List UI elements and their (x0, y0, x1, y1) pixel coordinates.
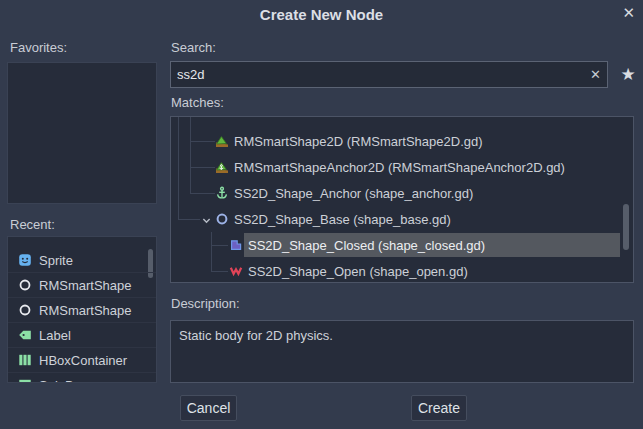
tree-item-label: SS2D_Shape_Open (shape_open.gd) (248, 264, 468, 279)
chevron-down-icon (201, 214, 212, 225)
tree-item-label: RMSmartShape2D (RMSmartShape2D.gd) (234, 134, 483, 149)
favorites-label: Favorites: (10, 40, 67, 55)
node-circle-icon (215, 212, 229, 226)
list-item-label: HBoxContainer (39, 353, 127, 368)
search-input[interactable]: ss2d ✕ (170, 61, 608, 88)
cancel-button[interactable]: Cancel (180, 395, 237, 421)
matches-tree: RMSmartShape2D (RMSmartShape2D.gd)RMSmar… (170, 116, 634, 283)
list-item[interactable]: SpinBox (8, 373, 156, 383)
list-item[interactable]: RMSmartShape (8, 298, 156, 323)
spinbox-icon (18, 378, 32, 383)
tree-item-label: RMSmartShapeAnchor2D (RMSmartShapeAnchor… (234, 160, 565, 175)
search-label: Search: (171, 40, 216, 55)
list-item-label: SpinBox (39, 378, 87, 384)
clear-search-icon[interactable]: ✕ (590, 67, 601, 82)
shape-open-icon (229, 264, 243, 278)
list-item-label: Sprite (39, 253, 73, 268)
terrain-icon (215, 134, 229, 148)
description-label: Description: (171, 296, 240, 311)
tree-item-label: SS2D_Shape_Base (shape_base.gd) (234, 212, 451, 227)
favorites-list (7, 62, 157, 204)
tree-item[interactable]: SS2D_Shape_Open (shape_open.gd) (171, 258, 633, 283)
terrain-anchor-icon (215, 160, 229, 174)
shape-closed-icon (229, 238, 243, 252)
sprite-icon (18, 253, 32, 267)
search-value: ss2d (177, 67, 590, 82)
list-item[interactable]: Sprite (8, 248, 156, 273)
label-tag-icon (18, 328, 32, 342)
list-item[interactable]: RMSmartShape (8, 273, 156, 298)
close-icon[interactable]: ✕ (622, 4, 635, 22)
description-box: Static body for 2D physics. (170, 320, 634, 383)
list-item[interactable]: Label (8, 323, 156, 348)
list-item-label: RMSmartShape (39, 278, 131, 293)
recent-list: SpriteRMSmartShapeRMSmartShapeLabelHBoxC… (7, 236, 157, 383)
create-new-node-dialog: Create New Node ✕ Favorites: Recent: Spr… (0, 0, 643, 429)
tree-item[interactable]: RMSmartShapeAnchor2D (RMSmartShapeAnchor… (171, 154, 633, 180)
matches-label: Matches: (171, 95, 224, 110)
tree-item-label: SS2D_Shape_Closed (shape_closed.gd) (248, 238, 485, 253)
tree-item[interactable]: RMSmartShape2D (RMSmartShape2D.gd) (171, 128, 633, 154)
object-circle-icon (18, 278, 32, 292)
tree-item[interactable]: SS2D_Shape_Closed (shape_closed.gd) (171, 232, 633, 258)
description-text: Static body for 2D physics. (179, 328, 333, 343)
create-button[interactable]: Create (411, 395, 467, 421)
recent-label: Recent: (10, 217, 55, 232)
matches-scrollbar[interactable] (623, 204, 629, 250)
tree-item[interactable]: SS2D_Shape_Anchor (shape_anchor.gd) (171, 180, 633, 206)
list-item-label: RMSmartShape (39, 303, 131, 318)
tree-rows: RMSmartShape2D (RMSmartShape2D.gd)RMSmar… (171, 117, 633, 282)
object-circle-icon (18, 303, 32, 317)
tree-item-label: SS2D_Shape_Anchor (shape_anchor.gd) (234, 186, 473, 201)
favorite-star-icon[interactable]: ★ (616, 61, 640, 88)
dialog-title: Create New Node (0, 6, 643, 23)
list-item[interactable]: HBoxContainer (8, 348, 156, 373)
hbox-container-icon (18, 353, 32, 367)
list-item-label: Label (39, 328, 71, 343)
anchor-icon (215, 186, 229, 200)
tree-item[interactable]: SS2D_Shape_Base (shape_base.gd) (171, 206, 633, 232)
